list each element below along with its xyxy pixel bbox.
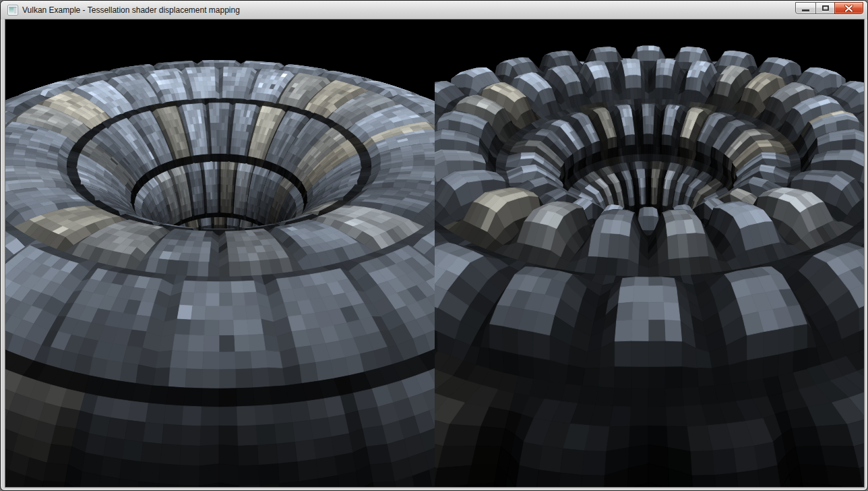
close-icon — [844, 5, 853, 12]
app-icon — [7, 5, 18, 16]
close-button[interactable] — [834, 2, 863, 14]
titlebar[interactable]: Vulkan Example - Tessellation shader dis… — [1, 1, 867, 20]
vulkan-example-window: Vulkan Example - Tessellation shader dis… — [0, 0, 868, 491]
viewport-left-torus-no-displacement[interactable] — [5, 20, 435, 487]
minimize-icon — [802, 9, 809, 11]
window-controls — [796, 2, 863, 14]
minimize-button[interactable] — [795, 2, 816, 14]
window-title: Vulkan Example - Tessellation shader dis… — [22, 1, 240, 20]
maximize-button[interactable] — [815, 2, 835, 14]
viewport-right-torus-displacement[interactable] — [435, 20, 864, 487]
render-area — [5, 20, 864, 487]
maximize-icon — [822, 5, 829, 11]
